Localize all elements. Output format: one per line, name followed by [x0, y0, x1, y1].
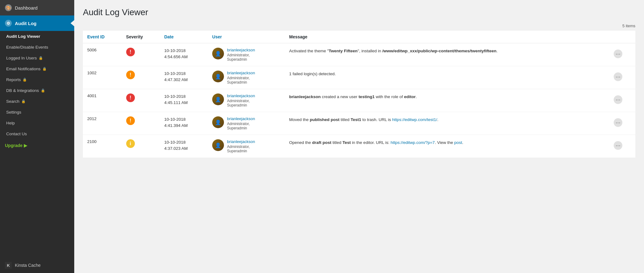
avatar-2100: 👤	[212, 139, 224, 151]
user-cell-5006: 👤 brianleejackson Administrator,Superadm…	[208, 43, 285, 66]
sidebar-item-email-notifications[interactable]: Email Notifications 🔒	[0, 63, 74, 74]
col-header-severity: Severity	[122, 31, 160, 43]
col-header-event-id[interactable]: Event ID	[83, 31, 122, 43]
more-button-5006[interactable]: ⋯	[614, 50, 622, 58]
table-row: 1002 ! 10-10-20184:47.302 AM 👤 brianleej…	[83, 66, 635, 89]
severity-icon-orange-2012: !	[126, 116, 135, 125]
user-cell-2100: 👤 brianleejackson Administrator,Superadm…	[208, 135, 285, 158]
message-cell-5006: Activated the theme "Twenty Fifteen", in…	[285, 43, 610, 66]
more-button-1002[interactable]: ⋯	[614, 72, 622, 81]
message-cell-4001: brianleejackson created a new user testi…	[285, 89, 610, 112]
date-cell-5006: 10-10-20184:54.656 AM	[160, 43, 208, 66]
severity-cell-1002: !	[122, 66, 160, 89]
sidebar-enable-disable-label: Enable/Disable Events	[6, 45, 48, 50]
sidebar-item-help[interactable]: Help	[0, 118, 74, 128]
link-test1[interactable]: https://editwp.com/test1/	[392, 117, 437, 122]
sidebar-item-settings[interactable]: Settings	[0, 107, 74, 118]
date-cell-2100: 10-10-20184:37.023 AM	[160, 135, 208, 158]
more-col-1002: ⋯	[609, 66, 635, 89]
sidebar-item-audit-log[interactable]: ⚙ Audit Log	[0, 15, 74, 31]
user-role-1002: Administrator,Superadmin	[227, 76, 255, 84]
user-cell-2012: 👤 brianleejackson Administrator,Superadm…	[208, 112, 285, 135]
lock-icon-search: 🔒	[21, 99, 26, 103]
sidebar-settings-label: Settings	[6, 110, 21, 115]
severity-cell-4001: !	[122, 89, 160, 112]
message-cell-2100: Opened the draft post titled Test in the…	[285, 135, 610, 158]
more-col-2100: ⋯	[609, 135, 635, 158]
user-link-5006[interactable]: brianleejackson	[227, 48, 255, 52]
date-cell-4001: 10-10-20184:45.111 AM	[160, 89, 208, 112]
sidebar-submenu: Audit Log Viewer Enable/Disable Events L…	[0, 31, 74, 139]
items-count: 5 items	[83, 24, 635, 28]
user-link-1002[interactable]: brianleejackson	[227, 71, 255, 75]
sidebar-item-contact-us[interactable]: Contact Us	[0, 128, 74, 139]
sidebar-dashboard-label: Dashboard	[15, 5, 37, 11]
severity-icon-red-4001: !	[126, 93, 135, 102]
severity-cell-2012: !	[122, 112, 160, 135]
sidebar-item-reports[interactable]: Reports 🔒	[0, 74, 74, 85]
message-cell-1002: 1 failed login(s) detected.	[285, 66, 610, 89]
sidebar-arrow-icon	[71, 20, 74, 26]
user-role-5006: Administrator,Superadmin	[227, 53, 255, 62]
avatar-2012: 👤	[212, 116, 224, 128]
table-row: 5006 ! 10-10-20184:54.656 AM 👤 brianleej…	[83, 43, 635, 66]
more-button-2012[interactable]: ⋯	[614, 118, 622, 127]
sidebar-viewer-label: Audit Log Viewer	[6, 34, 40, 39]
sidebar-item-search[interactable]: Search 🔒	[0, 96, 74, 107]
sidebar-item-viewer[interactable]: Audit Log Viewer	[0, 31, 74, 42]
more-col-5006: ⋯	[609, 43, 635, 66]
table-row: 4001 ! 10-10-20184:45.111 AM 👤 brianleej…	[83, 89, 635, 112]
col-header-date[interactable]: Date	[160, 31, 208, 43]
sidebar-item-enable-disable[interactable]: Enable/Disable Events	[0, 42, 74, 53]
sidebar-item-upgrade[interactable]: Upgrade ▶	[0, 139, 74, 152]
sidebar-contact-us-label: Contact Us	[6, 132, 27, 136]
more-button-2100[interactable]: ⋯	[614, 141, 622, 150]
severity-cell-2100: i	[122, 135, 160, 158]
more-button-4001[interactable]: ⋯	[614, 95, 622, 104]
severity-icon-yellow-2100: i	[126, 139, 135, 148]
severity-cell-5006: !	[122, 43, 160, 66]
date-cell-1002: 10-10-20184:47.302 AM	[160, 66, 208, 89]
table-row: 2012 ! 10-10-20184:41.394 AM 👤 brianleej…	[83, 112, 635, 135]
sidebar-email-notifications-label: Email Notifications	[6, 67, 41, 71]
lock-icon-reports: 🔒	[23, 78, 27, 82]
more-col-4001: ⋯	[609, 89, 635, 112]
col-header-user[interactable]: User	[208, 31, 285, 43]
audit-log-icon: ⚙	[5, 20, 12, 27]
date-cell-2012: 10-10-20184:41.394 AM	[160, 112, 208, 135]
sidebar-item-kinsta-cache[interactable]: K Kinsta Cache	[0, 258, 74, 273]
sidebar-logged-in-users-label: Logged In Users	[6, 56, 37, 60]
sidebar-reports-label: Reports	[6, 77, 21, 82]
more-col-2012: ⋯	[609, 112, 635, 135]
event-id-1002: 1002	[83, 66, 122, 89]
sidebar-db-integrations-label: DB & Integrations	[6, 88, 39, 93]
sidebar-help-label: Help	[6, 121, 15, 125]
lock-icon-email-notifications: 🔒	[42, 67, 47, 71]
link-p7[interactable]: https://editwp.com/?p=7	[391, 140, 435, 145]
sidebar-item-db-integrations[interactable]: DB & Integrations 🔒	[0, 85, 74, 96]
page-title: Audit Log Viewer	[83, 7, 635, 17]
sidebar-item-logged-in-users[interactable]: Logged In Users 🔒	[0, 53, 74, 63]
event-id-5006: 5006	[83, 43, 122, 66]
link-post[interactable]: post	[454, 140, 462, 145]
col-header-message: Message	[285, 31, 610, 43]
col-header-actions	[609, 31, 635, 43]
event-id-2100: 2100	[83, 135, 122, 158]
event-id-4001: 4001	[83, 89, 122, 112]
sidebar-kinsta-label: Kinsta Cache	[15, 263, 41, 268]
user-link-4001[interactable]: brianleejackson	[227, 93, 255, 98]
lock-icon-logged-in-users: 🔒	[39, 56, 43, 60]
avatar-1002: 👤	[212, 71, 224, 82]
user-cell-1002: 👤 brianleejackson Administrator,Superadm…	[208, 66, 285, 89]
user-link-2012[interactable]: brianleejackson	[227, 116, 255, 121]
sidebar: 🎨 Dashboard ⚙ Audit Log Audit Log Viewer…	[0, 0, 74, 273]
avatar-4001: 👤	[212, 93, 224, 105]
sidebar-item-dashboard[interactable]: 🎨 Dashboard	[0, 0, 74, 15]
audit-table: Event ID Severity Date User Message 5006…	[83, 31, 635, 158]
sidebar-search-label: Search	[6, 99, 19, 104]
dashboard-icon: 🎨	[5, 4, 12, 11]
severity-icon-orange-1002: !	[126, 71, 135, 79]
lock-icon-db-integrations: 🔒	[41, 89, 45, 93]
avatar-5006: 👤	[212, 48, 224, 59]
user-link-2100[interactable]: brianleejackson	[227, 139, 255, 144]
